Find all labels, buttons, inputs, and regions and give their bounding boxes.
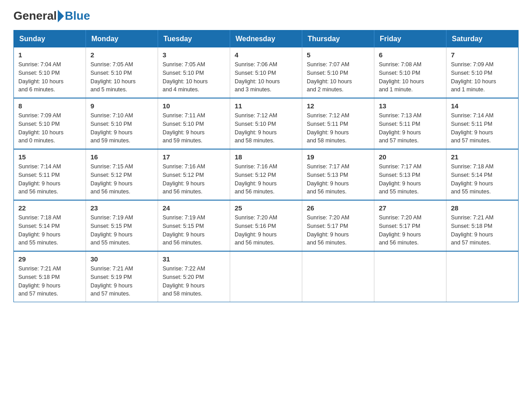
logo-area: General Blue <box>13 9 90 23</box>
day-of-week-header: Sunday <box>14 30 86 48</box>
calendar-day-cell: 4Sunrise: 7:06 AM Sunset: 5:10 PM Daylig… <box>230 47 302 98</box>
day-number: 7 <box>451 51 514 59</box>
day-info: Sunrise: 7:07 AM Sunset: 5:10 PM Dayligh… <box>307 60 369 94</box>
day-number: 16 <box>90 153 153 161</box>
calendar-table: SundayMondayTuesdayWednesdayThursdayFrid… <box>13 30 519 302</box>
calendar-week-row: 29Sunrise: 7:21 AM Sunset: 5:18 PM Dayli… <box>14 251 519 302</box>
day-number: 12 <box>307 102 369 110</box>
day-of-week-header: Tuesday <box>158 30 230 48</box>
calendar-day-cell: 14Sunrise: 7:14 AM Sunset: 5:11 PM Dayli… <box>446 98 519 149</box>
day-number: 8 <box>18 102 81 110</box>
day-info: Sunrise: 7:13 AM Sunset: 5:11 PM Dayligh… <box>379 111 442 145</box>
day-info: Sunrise: 7:19 AM Sunset: 5:15 PM Dayligh… <box>163 214 225 247</box>
day-number: 28 <box>451 204 514 212</box>
day-number: 26 <box>307 204 369 212</box>
day-info: Sunrise: 7:11 AM Sunset: 5:10 PM Dayligh… <box>163 111 225 145</box>
calendar-day-cell: 17Sunrise: 7:16 AM Sunset: 5:12 PM Dayli… <box>158 149 230 200</box>
calendar-day-cell: 15Sunrise: 7:14 AM Sunset: 5:11 PM Dayli… <box>14 149 86 200</box>
day-info: Sunrise: 7:17 AM Sunset: 5:13 PM Dayligh… <box>307 163 369 196</box>
day-info: Sunrise: 7:21 AM Sunset: 5:19 PM Dayligh… <box>90 265 153 298</box>
calendar-day-cell: 10Sunrise: 7:11 AM Sunset: 5:10 PM Dayli… <box>158 98 230 149</box>
day-info: Sunrise: 7:21 AM Sunset: 5:18 PM Dayligh… <box>18 265 81 298</box>
day-number: 18 <box>235 153 297 161</box>
calendar-day-cell <box>446 251 519 302</box>
calendar-day-cell: 29Sunrise: 7:21 AM Sunset: 5:18 PM Dayli… <box>14 251 86 302</box>
day-info: Sunrise: 7:20 AM Sunset: 5:17 PM Dayligh… <box>379 214 442 247</box>
day-number: 6 <box>379 51 442 59</box>
day-info: Sunrise: 7:17 AM Sunset: 5:13 PM Dayligh… <box>379 163 442 196</box>
calendar-day-cell: 20Sunrise: 7:17 AM Sunset: 5:13 PM Dayli… <box>374 149 446 200</box>
day-info: Sunrise: 7:18 AM Sunset: 5:14 PM Dayligh… <box>451 163 514 196</box>
calendar-day-cell: 12Sunrise: 7:12 AM Sunset: 5:11 PM Dayli… <box>302 98 374 149</box>
calendar-week-row: 15Sunrise: 7:14 AM Sunset: 5:11 PM Dayli… <box>14 149 519 200</box>
day-of-week-header: Thursday <box>302 30 374 48</box>
calendar-day-cell: 28Sunrise: 7:21 AM Sunset: 5:18 PM Dayli… <box>446 200 519 251</box>
day-info: Sunrise: 7:15 AM Sunset: 5:12 PM Dayligh… <box>90 163 153 196</box>
calendar-day-cell: 6Sunrise: 7:08 AM Sunset: 5:10 PM Daylig… <box>374 47 446 98</box>
day-info: Sunrise: 7:16 AM Sunset: 5:12 PM Dayligh… <box>163 163 225 196</box>
day-number: 2 <box>90 51 153 59</box>
calendar-day-cell: 21Sunrise: 7:18 AM Sunset: 5:14 PM Dayli… <box>446 149 519 200</box>
day-info: Sunrise: 7:22 AM Sunset: 5:20 PM Dayligh… <box>163 265 225 298</box>
calendar-body: 1Sunrise: 7:04 AM Sunset: 5:10 PM Daylig… <box>14 47 519 302</box>
day-info: Sunrise: 7:09 AM Sunset: 5:10 PM Dayligh… <box>451 60 514 94</box>
day-info: Sunrise: 7:09 AM Sunset: 5:10 PM Dayligh… <box>18 111 81 145</box>
day-number: 9 <box>90 102 153 110</box>
day-info: Sunrise: 7:08 AM Sunset: 5:10 PM Dayligh… <box>379 60 442 94</box>
day-number: 14 <box>451 102 514 110</box>
calendar-day-cell: 30Sunrise: 7:21 AM Sunset: 5:19 PM Dayli… <box>86 251 158 302</box>
day-number: 22 <box>18 204 81 212</box>
day-info: Sunrise: 7:10 AM Sunset: 5:10 PM Dayligh… <box>90 111 153 145</box>
logo: General Blue <box>13 9 90 23</box>
day-info: Sunrise: 7:14 AM Sunset: 5:11 PM Dayligh… <box>18 163 81 196</box>
day-number: 1 <box>18 51 81 59</box>
day-number: 5 <box>307 51 369 59</box>
calendar-day-cell: 31Sunrise: 7:22 AM Sunset: 5:20 PM Dayli… <box>158 251 230 302</box>
day-info: Sunrise: 7:20 AM Sunset: 5:16 PM Dayligh… <box>235 214 297 247</box>
day-number: 4 <box>235 51 297 59</box>
day-info: Sunrise: 7:04 AM Sunset: 5:10 PM Dayligh… <box>18 60 81 94</box>
day-number: 11 <box>235 102 297 110</box>
calendar-day-cell: 19Sunrise: 7:17 AM Sunset: 5:13 PM Dayli… <box>302 149 374 200</box>
day-of-week-header-row: SundayMondayTuesdayWednesdayThursdayFrid… <box>14 30 519 48</box>
calendar-week-row: 22Sunrise: 7:18 AM Sunset: 5:14 PM Dayli… <box>14 200 519 251</box>
day-info: Sunrise: 7:16 AM Sunset: 5:12 PM Dayligh… <box>235 163 297 196</box>
day-number: 24 <box>163 204 225 212</box>
calendar-day-cell: 24Sunrise: 7:19 AM Sunset: 5:15 PM Dayli… <box>158 200 230 251</box>
day-number: 15 <box>18 153 81 161</box>
calendar-day-cell: 3Sunrise: 7:05 AM Sunset: 5:10 PM Daylig… <box>158 47 230 98</box>
day-info: Sunrise: 7:12 AM Sunset: 5:10 PM Dayligh… <box>235 111 297 145</box>
calendar-day-cell: 16Sunrise: 7:15 AM Sunset: 5:12 PM Dayli… <box>86 149 158 200</box>
calendar-day-cell <box>302 251 374 302</box>
calendar-day-cell: 1Sunrise: 7:04 AM Sunset: 5:10 PM Daylig… <box>14 47 86 98</box>
calendar-day-cell: 5Sunrise: 7:07 AM Sunset: 5:10 PM Daylig… <box>302 47 374 98</box>
day-number: 25 <box>235 204 297 212</box>
day-of-week-header: Monday <box>86 30 158 48</box>
day-info: Sunrise: 7:12 AM Sunset: 5:11 PM Dayligh… <box>307 111 369 145</box>
calendar-day-cell: 25Sunrise: 7:20 AM Sunset: 5:16 PM Dayli… <box>230 200 302 251</box>
day-info: Sunrise: 7:05 AM Sunset: 5:10 PM Dayligh… <box>163 60 225 94</box>
day-number: 13 <box>379 102 442 110</box>
day-number: 21 <box>451 153 514 161</box>
day-number: 17 <box>163 153 225 161</box>
day-of-week-header: Saturday <box>446 30 519 48</box>
day-number: 30 <box>90 255 153 263</box>
day-info: Sunrise: 7:19 AM Sunset: 5:15 PM Dayligh… <box>90 214 153 247</box>
calendar-day-cell: 22Sunrise: 7:18 AM Sunset: 5:14 PM Dayli… <box>14 200 86 251</box>
calendar-day-cell: 9Sunrise: 7:10 AM Sunset: 5:10 PM Daylig… <box>86 98 158 149</box>
calendar-day-cell: 18Sunrise: 7:16 AM Sunset: 5:12 PM Dayli… <box>230 149 302 200</box>
day-number: 27 <box>379 204 442 212</box>
logo-general-text: General <box>13 9 57 23</box>
day-number: 3 <box>163 51 225 59</box>
day-number: 29 <box>18 255 81 263</box>
calendar-day-cell: 11Sunrise: 7:12 AM Sunset: 5:10 PM Dayli… <box>230 98 302 149</box>
calendar-week-row: 1Sunrise: 7:04 AM Sunset: 5:10 PM Daylig… <box>14 47 519 98</box>
logo-arrow-icon <box>58 10 64 22</box>
day-info: Sunrise: 7:06 AM Sunset: 5:10 PM Dayligh… <box>235 60 297 94</box>
day-of-week-header: Wednesday <box>230 30 302 48</box>
day-info: Sunrise: 7:05 AM Sunset: 5:10 PM Dayligh… <box>90 60 153 94</box>
day-info: Sunrise: 7:14 AM Sunset: 5:11 PM Dayligh… <box>451 111 514 145</box>
day-number: 23 <box>90 204 153 212</box>
day-of-week-header: Friday <box>374 30 446 48</box>
day-info: Sunrise: 7:20 AM Sunset: 5:17 PM Dayligh… <box>307 214 369 247</box>
